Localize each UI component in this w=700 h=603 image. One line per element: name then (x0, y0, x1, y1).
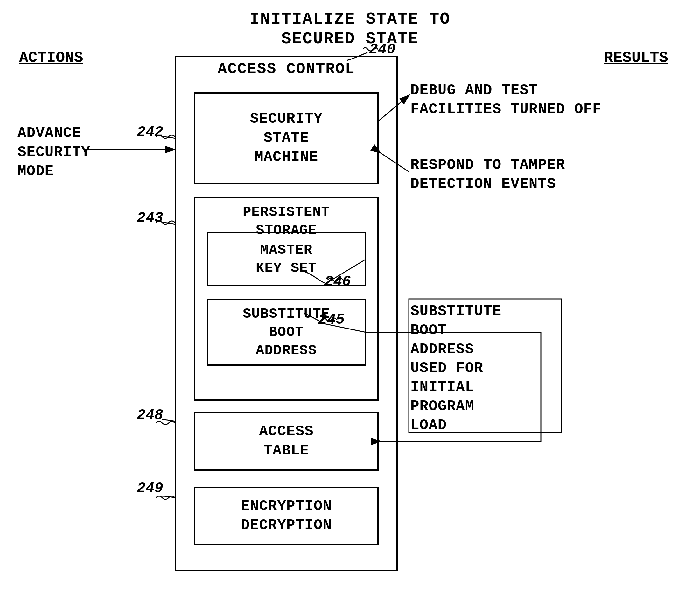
ref-248: 248 (137, 407, 163, 424)
ref-243: 243 (137, 210, 163, 227)
results-label: RESULTS (604, 49, 668, 67)
title-line2: SECURED STATE (250, 29, 451, 49)
actions-label: ACTIONS (19, 49, 83, 67)
ref-245: 245 (318, 312, 345, 328)
access-table-box: ACCESSTABLE (194, 412, 379, 471)
title-line1: INITIALIZE STATE TO (250, 9, 451, 29)
advance-security-mode-label: ADVANCESECURITYMODE (18, 124, 90, 181)
at-label: ACCESSTABLE (259, 422, 314, 461)
debug-test-label: DEBUG AND TESTFACILITIES TURNED OFF (410, 81, 602, 119)
ref-246: 246 (325, 273, 351, 290)
ssm-label: SECURITYSTATEMACHINE (250, 110, 323, 167)
mks-label: MASTERKEY SET (256, 241, 317, 277)
ref-249: 249 (137, 480, 163, 497)
encryption-decryption-box: ENCRYPTIONDECRYPTION (194, 487, 379, 546)
diagram-container: INITIALIZE STATE TO SECURED STATE 240 AC… (0, 0, 700, 603)
ref-242: 242 (137, 124, 163, 140)
access-control-title: ACCESS CONTROL (175, 56, 398, 78)
sba-label: SUBSTITUTEBOOTADDRESS (243, 305, 330, 360)
security-state-machine-box: SECURITYSTATEMACHINE (194, 92, 379, 184)
respond-tamper-label: RESPOND TO TAMPERDETECTION EVENTS (410, 156, 565, 194)
substitute-boot-label: SUBSTITUTEBOOTADDRESSUSED FORINITIALPROG… (410, 302, 501, 436)
diagram-title: INITIALIZE STATE TO SECURED STATE (250, 9, 451, 49)
substitute-boot-address-box: SUBSTITUTEBOOTADDRESS (207, 299, 366, 366)
ed-label: ENCRYPTIONDECRYPTION (241, 497, 332, 535)
